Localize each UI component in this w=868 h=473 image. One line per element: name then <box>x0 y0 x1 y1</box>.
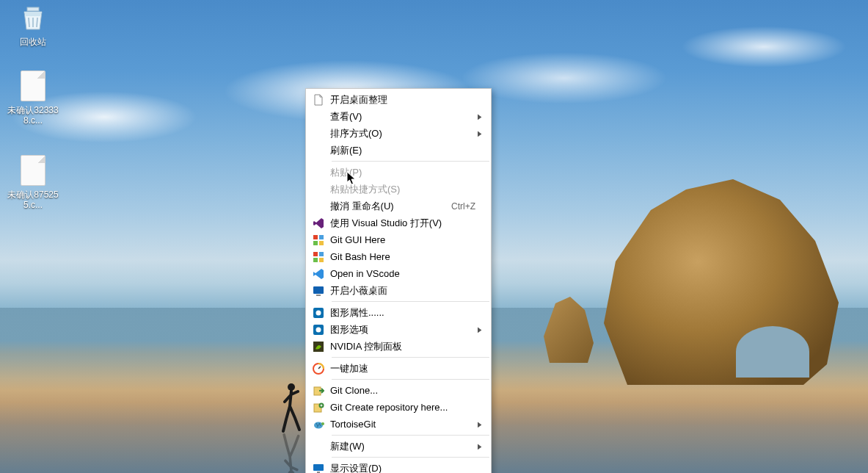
tortoise-checkout-icon <box>311 384 326 397</box>
menu-icon-empty <box>311 183 326 196</box>
menu-item-view[interactable]: 查看(V)▶ <box>307 108 490 125</box>
menu-item-git-gui[interactable]: Git GUI Here <box>307 231 490 248</box>
menu-item-label: Open in VScode <box>330 268 475 279</box>
svg-point-14 <box>316 310 321 315</box>
menu-item-label: 撤消 重命名(U) <box>330 200 444 213</box>
menu-item-xiaowei[interactable]: 开启小薇桌面 <box>307 282 490 299</box>
menu-item-refresh[interactable]: 刷新(E) <box>307 142 490 159</box>
menu-icon-empty <box>311 110 326 123</box>
submenu-arrow-icon: ▶ <box>477 112 482 120</box>
submenu-arrow-icon: ▶ <box>477 325 482 333</box>
menu-item-label: 刷新(E) <box>330 144 475 157</box>
speed-icon <box>311 362 326 375</box>
menu-item-sort[interactable]: 排序方式(O)▶ <box>307 125 490 142</box>
menu-item-label: Git GUI Here <box>330 234 475 245</box>
submenu-arrow-icon: ▶ <box>477 129 482 137</box>
menu-item-git-bash[interactable]: Git Bash Here <box>307 248 490 265</box>
svg-rect-6 <box>319 241 324 245</box>
svg-rect-3 <box>313 235 318 239</box>
menu-item-display-settings[interactable]: 显示设置(D) <box>307 460 490 473</box>
intel-icon <box>311 323 326 336</box>
menu-separator <box>332 161 489 162</box>
svg-rect-10 <box>319 258 324 262</box>
svg-rect-8 <box>319 252 324 256</box>
wallpaper-runner-reflection <box>279 433 302 473</box>
menu-item-label: TortoiseGit <box>330 419 475 430</box>
git-color-icon <box>311 234 326 247</box>
desktop-icon-recycle-bin[interactable]: 回收站 <box>7 1 59 47</box>
svg-rect-12 <box>316 295 321 296</box>
desktop[interactable]: 回收站 未确认323338.c... 未确认875255.c... 开启桌面整理… <box>0 0 868 473</box>
intel-icon <box>311 306 326 319</box>
nvidia-icon <box>311 340 326 353</box>
xiaowei-icon <box>311 284 326 297</box>
menu-item-organize-desktop[interactable]: 开启桌面整理 <box>307 91 490 108</box>
menu-item-accelerator: Ctrl+Z <box>451 201 475 212</box>
recycle-bin-icon <box>17 1 49 34</box>
menu-item-label: Git Clone... <box>330 385 475 396</box>
menu-item-label: 开启桌面整理 <box>330 93 475 106</box>
menu-item-tortoise[interactable]: TortoiseGit▶ <box>307 416 490 433</box>
desktop-icon-label: 回收站 <box>20 37 46 47</box>
menu-item-label: 使用 Visual Studio 打开(V) <box>330 217 475 230</box>
menu-separator <box>332 379 489 380</box>
menu-item-git-clone[interactable]: Git Clone... <box>307 382 490 399</box>
vscode-icon <box>311 267 326 281</box>
menu-item-paste: 粘贴(P) <box>307 164 490 181</box>
menu-item-gfx-props[interactable]: 图形属性...... <box>307 304 490 321</box>
menu-icon-empty <box>311 200 326 213</box>
display-icon <box>311 462 326 474</box>
svg-rect-7 <box>313 252 318 256</box>
menu-item-label: 开启小薇桌面 <box>330 284 475 297</box>
menu-item-new[interactable]: 新建(W)▶ <box>307 438 490 455</box>
menu-item-label: 粘贴快捷方式(S) <box>330 183 475 196</box>
menu-item-label: 图形选项 <box>330 323 475 336</box>
menu-item-label: 排序方式(O) <box>330 127 475 140</box>
vs-icon <box>311 217 326 230</box>
menu-icon-empty <box>311 127 326 140</box>
svg-rect-5 <box>313 241 318 245</box>
desktop-icon-file-1[interactable]: 未确认323338.c... <box>7 70 59 126</box>
tortoise-create-icon <box>311 401 326 414</box>
menu-item-open-vscode[interactable]: Open in VScode <box>307 265 490 282</box>
file-icon <box>17 70 49 102</box>
menu-icon-empty <box>311 144 326 157</box>
menu-item-label: 一键加速 <box>330 362 475 375</box>
git-color-icon <box>311 250 326 264</box>
menu-separator <box>332 435 489 436</box>
doc-icon <box>311 93 326 106</box>
wallpaper-rock-arch <box>736 326 809 378</box>
desktop-icon-label: 未确认323338.c... <box>7 105 59 126</box>
file-icon <box>17 154 49 187</box>
menu-item-open-vs[interactable]: 使用 Visual Studio 打开(V) <box>307 214 490 231</box>
desktop-context-menu: 开启桌面整理查看(V)▶排序方式(O)▶刷新(E)粘贴(P)粘贴快捷方式(S)撤… <box>305 88 492 473</box>
svg-rect-11 <box>313 286 324 294</box>
menu-separator <box>332 357 489 358</box>
submenu-arrow-icon: ▶ <box>477 442 482 450</box>
menu-item-nvidia[interactable]: NVIDIA 控制面板 <box>307 338 490 355</box>
menu-item-paste-shortcut: 粘贴快捷方式(S) <box>307 181 490 198</box>
svg-rect-25 <box>317 472 320 473</box>
menu-item-label: 显示设置(D) <box>330 462 475 474</box>
menu-item-label: NVIDIA 控制面板 <box>330 340 475 353</box>
menu-item-speedup[interactable]: 一键加速 <box>307 360 490 377</box>
menu-item-label: 图形属性...... <box>330 306 475 319</box>
desktop-icon-label: 未确认875255.c... <box>7 189 59 211</box>
menu-item-undo-rename[interactable]: 撤消 重命名(U)Ctrl+Z <box>307 198 490 214</box>
menu-item-label: 粘贴(P) <box>330 166 475 179</box>
menu-item-label: Git Create repository here... <box>330 402 475 413</box>
desktop-icon-file-2[interactable]: 未确认875255.c... <box>7 154 59 211</box>
menu-item-label: 新建(W) <box>330 440 475 453</box>
menu-item-label: Git Bash Here <box>330 251 475 262</box>
menu-item-git-create[interactable]: Git Create repository here... <box>307 399 490 416</box>
svg-rect-9 <box>313 258 318 262</box>
menu-item-gfx-options[interactable]: 图形选项▶ <box>307 321 490 338</box>
menu-icon-empty <box>311 440 326 453</box>
tortoise-icon <box>311 418 326 431</box>
svg-point-23 <box>321 422 324 425</box>
svg-rect-24 <box>313 464 324 471</box>
menu-separator <box>332 457 489 458</box>
menu-separator <box>332 301 489 302</box>
svg-rect-2 <box>27 7 39 11</box>
menu-item-label: 查看(V) <box>330 110 475 123</box>
